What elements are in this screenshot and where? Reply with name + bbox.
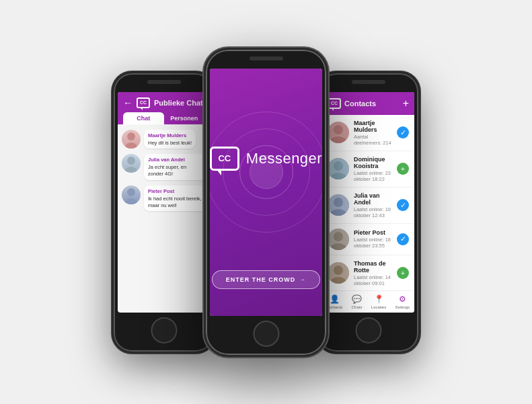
phone-left: ← CC Publieke Chat Chat Personen <box>112 71 216 354</box>
svg-point-4 <box>127 188 135 196</box>
enter-crowd-button[interactable]: ENTER THE CROWD → <box>212 270 321 289</box>
nav-settings-label: Settings <box>395 305 410 309</box>
contacts-header: CC Contacts + <box>322 92 414 115</box>
phone-center: CC Messenger ENTER THE CROWD → <box>204 48 328 357</box>
tab-people[interactable]: Personen <box>164 112 205 124</box>
nav-settings[interactable]: ⚙ Settings <box>395 294 410 309</box>
msg-name-3: Pieter Post <box>148 188 202 194</box>
add-contact-button[interactable]: + <box>403 97 409 110</box>
contacts-icon: 👤 <box>330 294 340 304</box>
avatar-maartje <box>122 130 141 149</box>
msg-3: Pieter Post Ik had echt nooit bereik, ma… <box>122 186 206 212</box>
contact-avatar-5 <box>328 262 349 284</box>
avatar-pieter <box>122 186 141 204</box>
contacts-list: Maartje Mulders Aantal deelnemers: 214 ✓ <box>322 115 414 290</box>
avatar-julia <box>122 154 141 173</box>
bubble-3: Pieter Post Ik had echt nooit bereik, ma… <box>144 186 206 212</box>
nav-contacts-label: Contacts <box>327 305 343 309</box>
enter-crowd-label: ENTER THE CROWD <box>226 276 296 283</box>
contact-info-5: Thomas de Rotte Laatst online: 14 oktobe… <box>354 260 392 286</box>
svg-point-5 <box>125 198 137 204</box>
chat-screen: ← CC Publieke Chat Chat Personen <box>118 92 210 313</box>
chat-header-title: Publieke Chat <box>154 99 203 107</box>
contact-info-1: Maartje Mulders Aantal deelnemers: 214 <box>354 120 392 146</box>
contact-name-2: Dominique Kooistra <box>354 156 392 169</box>
contacts-screen: CC Contacts + <box>322 92 414 313</box>
msg-name-2: Julia van Andel <box>148 157 202 163</box>
bubble-1: Maartje Mulders Hey dit is best leuk! <box>144 130 196 149</box>
svg-point-19 <box>334 266 343 275</box>
svg-point-3 <box>125 167 137 173</box>
contact-avatar-4 <box>328 229 349 250</box>
svg-point-0 <box>127 132 135 140</box>
phone-right: CC Contacts + <box>316 71 420 354</box>
contact-avatar-2 <box>328 158 349 179</box>
contact-info-3: Julia van Andel Laatst online: 19 oktobe… <box>354 192 392 218</box>
messenger-title: Messenger <box>246 150 322 167</box>
svg-point-10 <box>334 161 343 171</box>
contact-name-5: Thomas de Rotte <box>354 260 392 274</box>
screen-right: CC Contacts + <box>322 92 414 313</box>
contact-item-1: Maartje Mulders Aantal deelnemers: 214 ✓ <box>322 115 414 151</box>
chat-messages: Maartje Mulders Hey dit is best leuk! <box>118 124 210 313</box>
contact-item-5: Thomas de Rotte Laatst online: 14 oktobe… <box>322 255 414 290</box>
contact-status-4: Laatst online: 18 oktober 23:55 <box>354 237 392 249</box>
contact-item-3: Julia van Andel Laatst online: 19 oktobe… <box>322 188 414 224</box>
msg-1: Maartje Mulders Hey dit is best leuk! <box>122 130 206 149</box>
contact-info-2: Dominique Kooistra Laatst online: 23 okt… <box>354 156 392 182</box>
msg-text-1: Hey dit is best leuk! <box>148 140 192 147</box>
back-arrow-icon[interactable]: ← <box>123 97 132 108</box>
contact-action-1[interactable]: ✓ <box>397 126 409 138</box>
msg-2: Julia van Andel Ja echt super, en zonder… <box>122 154 206 180</box>
contact-avatar-3 <box>328 194 349 216</box>
contact-action-5[interactable]: + <box>397 267 409 279</box>
screen-center: CC Messenger ENTER THE CROWD → <box>210 69 322 316</box>
contact-name-1: Maartje Mulders <box>354 120 392 133</box>
contacts-title: Contacts <box>344 99 376 108</box>
chats-icon: 💬 <box>352 294 362 304</box>
nav-location[interactable]: 📍 Locaties <box>371 294 386 309</box>
contact-status-2: Laatst online: 23 oktober 18:22 <box>354 170 392 182</box>
msg-text-2: Ja echt super, en zonder 4G! <box>148 164 202 177</box>
svg-point-1 <box>125 143 137 149</box>
chat-header: ← CC Publieke Chat Chat Personen <box>118 92 210 124</box>
nav-chats-label: Chats <box>352 305 363 309</box>
contact-info-4: Pieter Post Laatst online: 18 oktober 23… <box>354 229 392 249</box>
messenger-screen: CC Messenger ENTER THE CROWD → <box>210 69 322 316</box>
enter-arrow-icon: → <box>299 276 306 283</box>
contact-item-4: Pieter Post Laatst online: 18 oktober 23… <box>322 224 414 255</box>
svg-point-7 <box>334 125 343 134</box>
cc-logo-small: CC <box>137 97 150 108</box>
bottom-nav: 👤 Contacts 💬 Chats 📍 Locaties ⚙ Settings <box>322 290 414 313</box>
tab-chat[interactable]: Chat <box>123 112 164 124</box>
svg-point-2 <box>127 157 135 165</box>
nav-contacts[interactable]: 👤 Contacts <box>327 294 343 309</box>
msg-text-3: Ik had echt nooit bereik, maar nu wel! <box>148 196 202 209</box>
contact-status-1: Aantal deelnemers: 214 <box>354 134 392 146</box>
cc-logo-contacts: CC <box>328 98 341 109</box>
location-icon: 📍 <box>374 294 384 304</box>
phones-container: ← CC Publieke Chat Chat Personen <box>112 48 420 357</box>
settings-icon: ⚙ <box>399 294 406 304</box>
nav-location-label: Locaties <box>371 305 386 309</box>
contact-name-4: Pieter Post <box>354 229 392 236</box>
contact-action-2[interactable]: + <box>397 163 409 175</box>
msg-name-1: Maartje Mulders <box>148 132 192 138</box>
messenger-logo-area: CC Messenger <box>210 147 322 171</box>
contact-status-3: Laatst online: 19 oktober 12:43 <box>354 206 392 218</box>
screen-left: ← CC Publieke Chat Chat Personen <box>118 92 210 313</box>
contact-action-3[interactable]: ✓ <box>397 199 409 211</box>
nav-chats[interactable]: 💬 Chats <box>352 294 363 309</box>
cc-logo-big: CC <box>210 147 239 171</box>
contact-status-5: Laatst online: 14 oktober 09:01 <box>354 274 392 286</box>
contact-item-2: Dominique Kooistra Laatst online: 23 okt… <box>322 151 414 188</box>
svg-point-16 <box>334 232 343 241</box>
contact-action-4[interactable]: ✓ <box>397 233 409 245</box>
bubble-2: Julia van Andel Ja echt super, en zonder… <box>144 154 206 180</box>
svg-point-13 <box>334 198 343 207</box>
contact-name-3: Julia van Andel <box>354 192 392 206</box>
contact-avatar-1 <box>328 122 349 143</box>
